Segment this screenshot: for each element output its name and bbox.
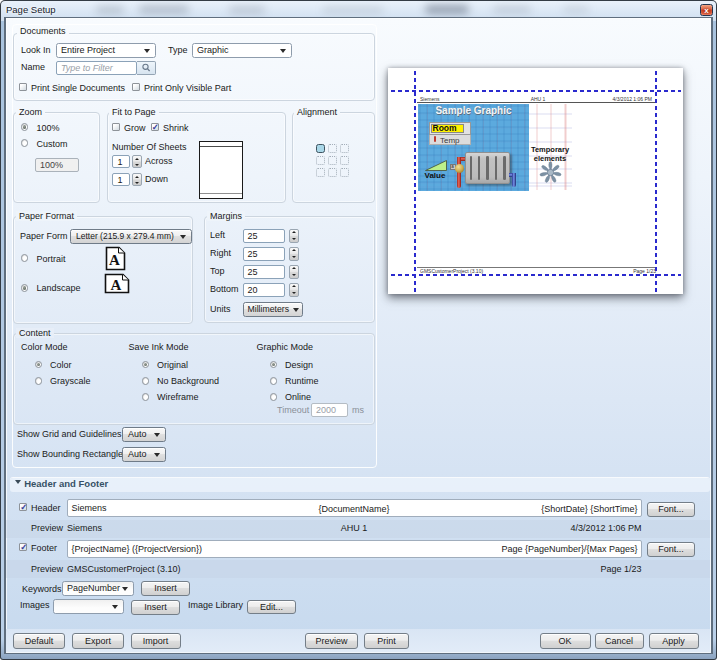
svg-text:A: A	[109, 252, 120, 268]
svg-text:A: A	[111, 277, 122, 293]
